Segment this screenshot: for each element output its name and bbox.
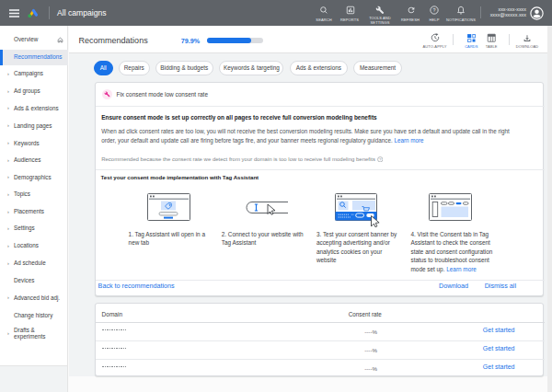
svg-text:?: ?: [379, 157, 381, 161]
svg-text:?: ?: [432, 7, 435, 13]
